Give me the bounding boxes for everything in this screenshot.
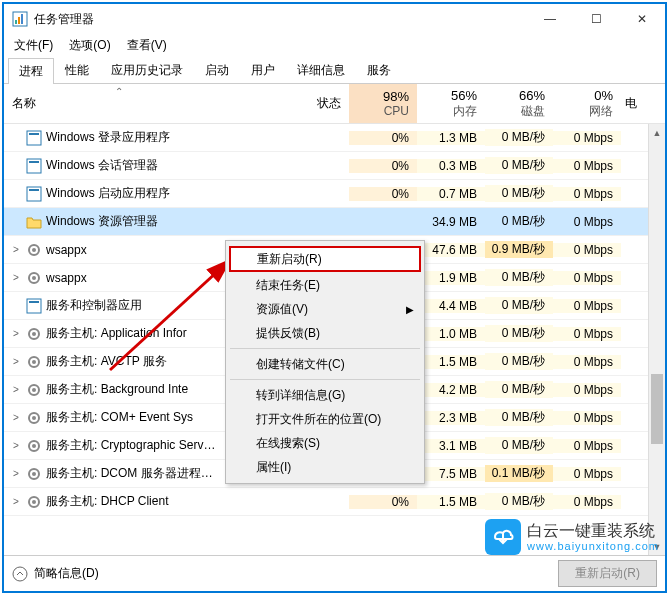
tab-details[interactable]: 详细信息 bbox=[286, 57, 356, 83]
context-menu: 重新启动(R)结束任务(E)资源值(V)▶提供反馈(B)创建转储文件(C)转到详… bbox=[225, 240, 425, 484]
fewer-details-button[interactable]: 简略信息(D) bbox=[12, 565, 99, 582]
tab-startup[interactable]: 启动 bbox=[194, 57, 240, 83]
menu-file[interactable]: 文件(F) bbox=[8, 35, 59, 56]
process-name: 服务和控制器应用 bbox=[46, 297, 142, 314]
cpu-value: 0% bbox=[349, 495, 417, 509]
process-icon bbox=[26, 214, 42, 230]
expand-icon[interactable]: > bbox=[10, 384, 22, 395]
scroll-up-icon[interactable]: ▲ bbox=[649, 124, 665, 141]
expand-icon[interactable]: > bbox=[10, 328, 22, 339]
header-network[interactable]: 0%网络 bbox=[553, 84, 621, 123]
tab-processes[interactable]: 进程 bbox=[8, 58, 54, 84]
expand-icon[interactable]: > bbox=[10, 468, 22, 479]
menu-options[interactable]: 选项(O) bbox=[63, 35, 116, 56]
cpu-value: 0% bbox=[349, 187, 417, 201]
process-icon bbox=[26, 494, 42, 510]
disk-value: 0.1 MB/秒 bbox=[485, 465, 553, 482]
network-value: 0 Mbps bbox=[553, 467, 621, 481]
process-row[interactable]: Windows 登录应用程序0%1.3 MB0 MB/秒0 Mbps bbox=[4, 124, 665, 152]
chevron-up-circle-icon bbox=[12, 566, 28, 582]
memory-value: 4.2 MB bbox=[417, 383, 485, 397]
network-value: 0 Mbps bbox=[553, 495, 621, 509]
process-icon bbox=[26, 130, 42, 146]
process-row[interactable]: Windows 会话管理器0%0.3 MB0 MB/秒0 Mbps bbox=[4, 152, 665, 180]
svg-point-19 bbox=[32, 360, 36, 364]
svg-rect-15 bbox=[29, 301, 39, 303]
process-icon bbox=[26, 270, 42, 286]
context-menu-item[interactable]: 打开文件所在的位置(O) bbox=[228, 407, 422, 431]
svg-point-25 bbox=[32, 444, 36, 448]
expand-icon[interactable]: > bbox=[10, 412, 22, 423]
memory-value: 7.5 MB bbox=[417, 467, 485, 481]
process-name: 服务主机: Background Inte bbox=[46, 381, 188, 398]
context-menu-item[interactable]: 创建转储文件(C) bbox=[228, 352, 422, 376]
context-menu-item[interactable]: 结束任务(E) bbox=[228, 273, 422, 297]
network-value: 0 Mbps bbox=[553, 411, 621, 425]
header-memory[interactable]: 56%内存 bbox=[417, 84, 485, 123]
context-menu-item[interactable]: 转到详细信息(G) bbox=[228, 383, 422, 407]
context-menu-item[interactable]: 提供反馈(B) bbox=[228, 321, 422, 345]
network-value: 0 Mbps bbox=[553, 271, 621, 285]
minimize-button[interactable]: — bbox=[527, 4, 573, 34]
header-status[interactable]: 状态 bbox=[234, 84, 349, 123]
network-value: 0 Mbps bbox=[553, 187, 621, 201]
context-menu-item[interactable]: 在线搜索(S) bbox=[228, 431, 422, 455]
tabbar: 进程 性能 应用历史记录 启动 用户 详细信息 服务 bbox=[4, 56, 665, 84]
tab-services[interactable]: 服务 bbox=[356, 57, 402, 83]
svg-point-30 bbox=[13, 567, 27, 581]
memory-value: 47.6 MB bbox=[417, 243, 485, 257]
process-name: 服务主机: Cryptographic Serv… bbox=[46, 437, 215, 454]
header-cpu[interactable]: 98%CPU bbox=[349, 84, 417, 123]
disk-value: 0 MB/秒 bbox=[485, 129, 553, 146]
context-menu-item[interactable]: 属性(I) bbox=[228, 455, 422, 479]
tab-performance[interactable]: 性能 bbox=[54, 57, 100, 83]
process-name: 服务主机: DHCP Client bbox=[46, 493, 168, 510]
disk-value: 0 MB/秒 bbox=[485, 353, 553, 370]
process-row[interactable]: Windows 启动应用程序0%0.7 MB0 MB/秒0 Mbps bbox=[4, 180, 665, 208]
tab-app-history[interactable]: 应用历史记录 bbox=[100, 57, 194, 83]
header-power[interactable]: 电 bbox=[621, 84, 665, 123]
header-name[interactable]: ⌃名称 bbox=[4, 84, 234, 123]
svg-point-13 bbox=[32, 276, 36, 280]
tab-users[interactable]: 用户 bbox=[240, 57, 286, 83]
memory-value: 0.7 MB bbox=[417, 187, 485, 201]
network-value: 0 Mbps bbox=[553, 131, 621, 145]
close-button[interactable]: ✕ bbox=[619, 4, 665, 34]
maximize-button[interactable]: ☐ bbox=[573, 4, 619, 34]
header-disk[interactable]: 66%磁盘 bbox=[485, 84, 553, 123]
process-name: 服务主机: COM+ Event Sys bbox=[46, 409, 193, 426]
watermark-url: www.baiyunxitong.com bbox=[527, 540, 659, 552]
process-icon bbox=[26, 186, 42, 202]
scrollbar-thumb[interactable] bbox=[651, 374, 663, 444]
disk-value: 0 MB/秒 bbox=[485, 381, 553, 398]
titlebar[interactable]: 任务管理器 — ☐ ✕ bbox=[4, 4, 665, 34]
memory-value: 3.1 MB bbox=[417, 439, 485, 453]
process-name: Windows 会话管理器 bbox=[46, 157, 158, 174]
expand-icon[interactable]: > bbox=[10, 440, 22, 451]
network-value: 0 Mbps bbox=[553, 327, 621, 341]
expand-icon[interactable]: > bbox=[10, 496, 22, 507]
expand-icon[interactable]: > bbox=[10, 272, 22, 283]
expand-icon[interactable]: > bbox=[10, 244, 22, 255]
process-row[interactable]: Windows 资源管理器34.9 MB0 MB/秒0 Mbps bbox=[4, 208, 665, 236]
disk-value: 0 MB/秒 bbox=[485, 437, 553, 454]
watermark-title: 白云一键重装系统 bbox=[527, 522, 659, 540]
vertical-scrollbar[interactable]: ▲ ▼ bbox=[648, 124, 665, 555]
svg-rect-3 bbox=[21, 14, 23, 24]
process-name: Windows 登录应用程序 bbox=[46, 129, 170, 146]
network-value: 0 Mbps bbox=[553, 299, 621, 313]
context-menu-item[interactable]: 重新启动(R) bbox=[229, 246, 421, 272]
process-row[interactable]: >服务主机: DHCP Client0%1.5 MB0 MB/秒0 Mbps bbox=[4, 488, 665, 516]
menu-view[interactable]: 查看(V) bbox=[121, 35, 173, 56]
svg-rect-1 bbox=[15, 20, 17, 24]
disk-value: 0 MB/秒 bbox=[485, 297, 553, 314]
expand-icon[interactable]: > bbox=[10, 356, 22, 367]
submenu-arrow-icon: ▶ bbox=[406, 304, 414, 315]
memory-value: 1.3 MB bbox=[417, 131, 485, 145]
watermark-logo-icon bbox=[485, 519, 521, 555]
restart-button[interactable]: 重新启动(R) bbox=[558, 560, 657, 587]
memory-value: 1.9 MB bbox=[417, 271, 485, 285]
network-value: 0 Mbps bbox=[553, 159, 621, 173]
disk-value: 0 MB/秒 bbox=[485, 325, 553, 342]
context-menu-item[interactable]: 资源值(V)▶ bbox=[228, 297, 422, 321]
